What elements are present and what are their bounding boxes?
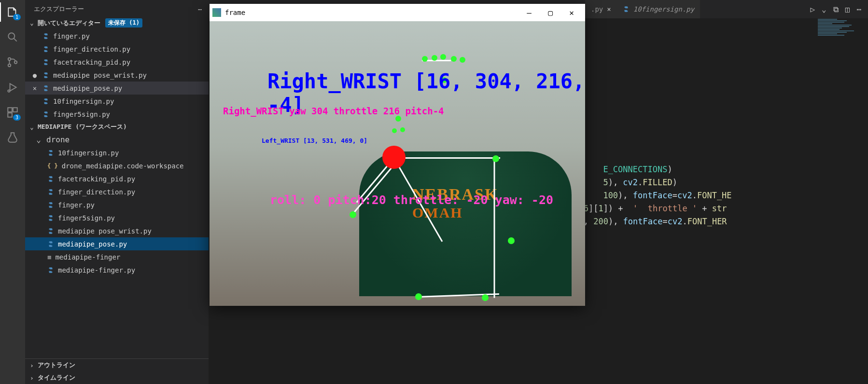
- file-label: 10fingersign.py: [58, 149, 119, 157]
- cv-window: frame — ▢ ✕ NEBRASK OMAH Right_WRIST [16…: [210, 4, 585, 306]
- explorer-panel: エクスプローラー ⋯ ⌄ 開いているエディター 未保存 (1) finger.p…: [25, 0, 209, 384]
- open-editors-list: finger.py finger_direction.py facetracki…: [25, 29, 209, 121]
- open-editor-item[interactable]: 10fingersign.py: [25, 95, 209, 108]
- workspace-header[interactable]: ⌄ MEDIAPIPE (ワークスペース): [25, 121, 209, 133]
- maximize-button[interactable]: ▢: [540, 4, 561, 21]
- file-item[interactable]: ≡mediapipe-finger: [25, 250, 209, 263]
- split-icon[interactable]: ◫: [845, 5, 850, 14]
- explorer-icon[interactable]: 1: [5, 5, 20, 19]
- open-editors-header[interactable]: ⌄ 開いているエディター 未保存 (1): [25, 16, 209, 29]
- file-label: facetracking_pid.py: [53, 58, 130, 66]
- python-icon: [42, 98, 49, 105]
- python-icon: [42, 46, 49, 53]
- file-label: mediapipe_pose.py: [53, 84, 122, 92]
- file-item[interactable]: { }drone_mediapipe.code-workspace: [25, 159, 209, 172]
- svg-rect-6: [13, 108, 17, 112]
- file-label: finger5sign.py: [53, 110, 110, 118]
- file-label: mediapipe pose_wrist.py: [58, 227, 152, 235]
- person-shirt: [359, 151, 572, 296]
- minimize-button[interactable]: —: [518, 4, 540, 21]
- explorer-badge: 1: [13, 14, 21, 20]
- search-icon[interactable]: [5, 30, 20, 44]
- svg-point-2: [8, 64, 11, 67]
- more-icon[interactable]: ⋯: [198, 6, 202, 13]
- close-button[interactable]: ✕: [561, 4, 582, 21]
- chevron-down-icon: ⌄: [35, 135, 42, 144]
- tab-actions: ▷ ⌄ ⧉ ◫ ⋯: [803, 5, 868, 14]
- svg-point-4: [8, 90, 10, 92]
- tab-partial[interactable]: .py ×: [585, 0, 617, 18]
- file-label: facetracking_pid.py: [58, 175, 135, 183]
- open-editors-label: 開いているエディター: [38, 19, 100, 27]
- svg-rect-5: [8, 108, 12, 112]
- run-icon[interactable]: ▷: [810, 5, 815, 14]
- chevron-right-icon: ›: [28, 362, 36, 369]
- open-editor-item[interactable]: finger_direction.py: [25, 42, 209, 55]
- python-icon: [47, 150, 54, 156]
- shirt-text: OMAH: [412, 205, 463, 221]
- workspace-icon: { }: [47, 163, 58, 169]
- overlay-yaw-throttle: Right_WRIST yaw 304 throttle 216 pitch-4: [223, 106, 444, 116]
- unsaved-badge: 未保存 (1): [105, 18, 142, 27]
- folder-label: drone: [46, 135, 70, 144]
- drone-files-list: 10fingersign.py{ }drone_mediapipe.code-w…: [25, 146, 209, 276]
- activity-bar: 1 3: [0, 0, 25, 384]
- svg-rect-7: [8, 113, 12, 117]
- python-icon: [47, 202, 54, 208]
- close-icon[interactable]: ×: [607, 5, 611, 13]
- open-editor-item[interactable]: ● mediapipe pose_wrist.py: [25, 69, 209, 82]
- tab-10fingersign[interactable]: 10fingersign.py: [617, 0, 700, 18]
- overlay-roll-pitch: roll: 0 pitch:20 throttle: -20 yaw: -20: [270, 193, 553, 207]
- python-icon: [42, 85, 49, 92]
- svg-point-1: [8, 58, 11, 60]
- timeline-label: タイムライン: [38, 373, 75, 382]
- python-icon: [47, 241, 54, 247]
- file-item[interactable]: finger_direction.py: [25, 185, 209, 198]
- file-item[interactable]: mediapipe-finger.py: [25, 263, 209, 276]
- explorer-header: エクスプローラー ⋯: [25, 0, 209, 16]
- cv-title: frame: [225, 9, 518, 16]
- workspace-label: MEDIAPIPE (ワークスペース): [38, 123, 127, 131]
- close-icon[interactable]: ×: [31, 84, 39, 92]
- timeline-header[interactable]: › タイムライン: [25, 371, 209, 384]
- python-icon: [47, 215, 54, 221]
- cv-frame: NEBRASK OMAH Right_WRIST [16, 304, 216, …: [210, 21, 585, 306]
- outline-header[interactable]: › アウトライン: [25, 359, 209, 371]
- outline-label: アウトライン: [38, 361, 75, 370]
- run-debug-icon[interactable]: [5, 80, 20, 95]
- svg-point-3: [14, 61, 17, 63]
- file-label: finger.py: [53, 32, 90, 40]
- file-item[interactable]: mediapipe pose_wrist.py: [25, 224, 209, 237]
- python-icon: [47, 267, 54, 274]
- extensions-icon[interactable]: 3: [5, 105, 20, 120]
- open-editor-item[interactable]: finger.py: [25, 29, 209, 42]
- chevron-down-icon[interactable]: ⌄: [822, 5, 826, 14]
- file-item[interactable]: 10fingersign.py: [25, 146, 209, 159]
- cv-titlebar[interactable]: frame — ▢ ✕: [210, 4, 585, 21]
- modified-icon[interactable]: ●: [31, 71, 39, 79]
- testing-icon[interactable]: [5, 130, 20, 145]
- file-item[interactable]: finger.py: [25, 198, 209, 211]
- folder-drone[interactable]: ⌄ drone: [25, 133, 209, 146]
- open-editor-item[interactable]: × mediapipe_pose.py: [25, 82, 209, 95]
- python-icon: [42, 111, 49, 118]
- file-label: mediapipe-finger: [55, 253, 120, 261]
- source-control-icon[interactable]: [5, 55, 20, 69]
- file-item[interactable]: finger5sign.py: [25, 211, 209, 224]
- open-editor-item[interactable]: finger5sign.py: [25, 108, 209, 121]
- open-editor-item[interactable]: facetracking_pid.py: [25, 55, 209, 69]
- extensions-badge: 3: [13, 114, 21, 121]
- python-icon: [42, 59, 49, 66]
- file-item[interactable]: mediapipe_pose.py: [25, 237, 209, 250]
- wrist-marker: [382, 146, 406, 169]
- file-label: finger.py: [58, 201, 95, 209]
- file-label: finger_direction.py: [53, 45, 130, 53]
- file-item[interactable]: facetracking_pid.py: [25, 172, 209, 185]
- tab-label: .py: [591, 5, 603, 13]
- python-icon: [47, 176, 54, 182]
- chevron-right-icon: ›: [28, 374, 36, 382]
- explorer-title: エクスプローラー: [34, 5, 84, 14]
- more-icon[interactable]: ⋯: [856, 5, 861, 14]
- file-label: mediapipe_pose.py: [58, 240, 127, 248]
- compare-icon[interactable]: ⧉: [833, 5, 839, 14]
